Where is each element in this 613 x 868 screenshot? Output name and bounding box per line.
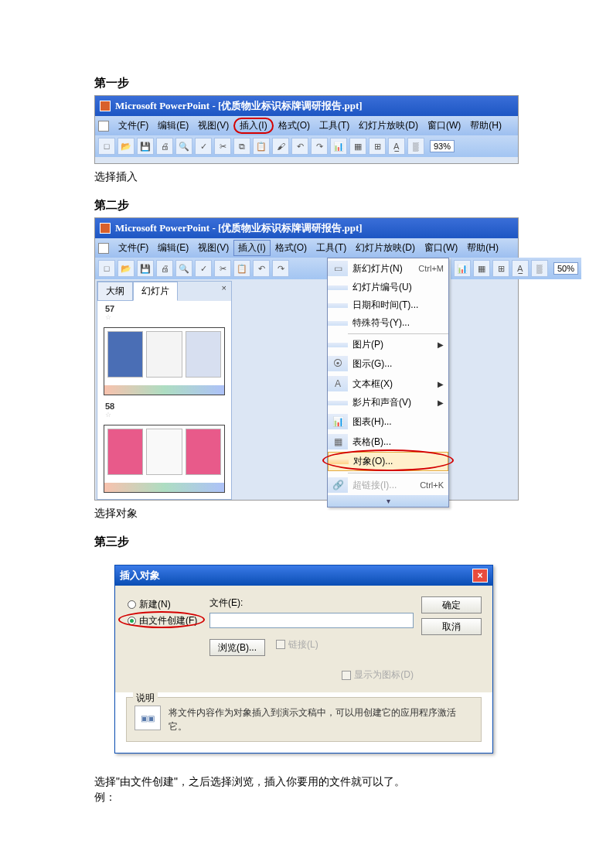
redo-icon[interactable]: ↷ — [311, 138, 328, 155]
menu-view[interactable]: 视图(V) — [193, 240, 233, 256]
browse-button[interactable]: 浏览(B)... — [209, 639, 265, 656]
hyperlink-icon: 🔗 — [328, 477, 348, 493]
pattern-icon[interactable]: ▒ — [531, 260, 548, 277]
menu-format[interactable]: 格式(O) — [271, 240, 312, 256]
toolbar-2: □ 📂 💾 🖨 🔍 ✓ ✂ 📋 ↶ ↷ — [95, 258, 327, 279]
dd-object-highlighted[interactable]: 对象(O)... — [328, 452, 448, 471]
paste-icon[interactable]: 📋 — [233, 260, 250, 277]
new-icon[interactable]: □ — [98, 260, 115, 277]
paste-icon[interactable]: 📋 — [253, 138, 270, 155]
dd-picture[interactable]: 图片(P)▶ — [328, 336, 448, 354]
tables-borders-icon[interactable]: ⊞ — [369, 138, 386, 155]
dd-datetime[interactable]: 日期和时间(T)... — [328, 296, 448, 314]
av-icon[interactable]: A̲ — [512, 260, 529, 277]
dd-chart[interactable]: 📊图表(H)... — [328, 412, 448, 432]
cut-icon[interactable]: ✂ — [214, 260, 231, 277]
menu-help[interactable]: 帮助(H) — [462, 240, 503, 256]
chart-icon[interactable]: 📊 — [330, 138, 347, 155]
menu-edit[interactable]: 编辑(E) — [153, 240, 193, 256]
slide-thumb-58[interactable] — [104, 425, 225, 493]
chart-icon: 📊 — [328, 414, 348, 429]
slide-number: 57 — [105, 304, 231, 313]
tab-slides[interactable]: 幻灯片 — [133, 282, 178, 301]
menu-window[interactable]: 窗口(W) — [420, 240, 462, 256]
menu-insert-highlighted[interactable]: 插入(I) — [233, 118, 273, 134]
radio-new[interactable]: 新建(N) — [126, 596, 202, 613]
description-text: 将文件内容作为对象插入到演示文稿中，可以用创建它的应用程序激活它。 — [169, 706, 473, 733]
undo-icon[interactable]: ↶ — [291, 138, 308, 155]
menu-file[interactable]: 文件(F) — [114, 240, 153, 256]
format-painter-icon[interactable]: 🖌 — [272, 138, 289, 155]
close-button[interactable]: × — [472, 569, 488, 583]
toolbar-1: □ 📂 💾 🖨 🔍 ✓ ✂ ⧉ 📋 🖌 ↶ ↷ 📊 ▦ ⊞ A̲ ▒ 93% — [95, 135, 518, 157]
copy-icon[interactable]: ⧉ — [233, 138, 250, 155]
spell-icon[interactable]: ✓ — [195, 138, 212, 155]
chart-icon[interactable]: 📊 — [454, 260, 471, 277]
dialog-titlebar: 插入对象 × — [115, 566, 492, 586]
undo-icon[interactable]: ↶ — [253, 260, 270, 277]
preview-icon[interactable]: 🔍 — [175, 138, 192, 155]
zoom-field[interactable]: 93% — [430, 140, 455, 152]
zoom-field[interactable]: 50% — [553, 262, 578, 275]
menu-edit[interactable]: 编辑(E) — [153, 118, 193, 134]
menu-help[interactable]: 帮助(H) — [465, 118, 506, 134]
window-title-text: Microsoft PowerPoint - [优质物业标识标牌调研报告.ppt… — [115, 221, 363, 235]
slide-thumb-57[interactable] — [104, 327, 225, 395]
preview-icon[interactable]: 🔍 — [175, 260, 192, 277]
toolbar-2b: 📊 ▦ ⊞ A̲ ▒ 50% — [451, 258, 581, 279]
open-icon[interactable]: 📂 — [117, 138, 135, 155]
table-icon[interactable]: ▦ — [473, 260, 490, 277]
grid-icon[interactable]: ⊞ — [492, 260, 509, 277]
redo-icon[interactable]: ↷ — [272, 260, 289, 277]
dd-slide-number[interactable]: 幻灯片编号(U) — [328, 279, 448, 296]
powerpoint-icon — [100, 101, 111, 111]
dd-movie-sound[interactable]: 影片和声音(V)▶ — [328, 394, 448, 412]
print-icon[interactable]: 🖨 — [156, 260, 173, 277]
cancel-button[interactable]: 取消 — [421, 618, 482, 635]
print-icon[interactable]: 🖨 — [156, 138, 173, 155]
cut-icon[interactable]: ✂ — [214, 138, 231, 155]
menu-file[interactable]: 文件(F) — [114, 118, 153, 134]
file-path-input[interactable] — [209, 613, 414, 628]
dd-hyperlink[interactable]: 🔗超链接(I)...Ctrl+K — [328, 475, 448, 495]
save-icon[interactable]: 💾 — [137, 138, 154, 155]
menu-slideshow[interactable]: 幻灯片放映(D) — [354, 118, 423, 134]
dd-textbox[interactable]: A文本框(X)▶ — [328, 374, 448, 394]
step2-caption: 选择对象 — [94, 507, 519, 521]
description-icon: ▣▣ — [135, 706, 161, 730]
dd-table[interactable]: ▦表格(B)... — [328, 432, 448, 452]
save-icon[interactable]: 💾 — [137, 260, 154, 277]
step3-example-label: 例： — [94, 791, 519, 805]
menu-view[interactable]: 视图(V) — [193, 118, 233, 134]
table-icon[interactable]: ▦ — [349, 138, 366, 155]
screenshot-step2: Microsoft PowerPoint - [优质物业标识标牌调研报告.ppt… — [94, 217, 519, 501]
menu-tools[interactable]: 工具(T) — [315, 118, 354, 134]
dialog-title-text: 插入对象 — [120, 569, 160, 583]
close-pane-icon[interactable]: × — [217, 282, 231, 301]
radio-from-file[interactable]: 由文件创建(F) — [126, 613, 202, 629]
menu-window[interactable]: 窗口(W) — [423, 118, 465, 134]
new-icon[interactable]: □ — [98, 138, 115, 155]
star-icon: ☆ — [105, 411, 231, 419]
dd-expand-icon[interactable]: ▾ — [328, 495, 448, 507]
menu-slideshow[interactable]: 幻灯片放映(D) — [351, 240, 420, 256]
dd-symbol[interactable]: 特殊符号(Y)... — [328, 314, 448, 332]
menu-format[interactable]: 格式(O) — [274, 118, 315, 134]
dd-diagram[interactable]: ⦿图示(G)... — [328, 354, 448, 374]
open-icon[interactable]: 📂 — [117, 260, 135, 277]
slides-pane: 大纲 幻灯片 × 57 ☆ 58 ☆ — [97, 281, 232, 500]
spell-icon[interactable]: ✓ — [195, 260, 212, 277]
new-slide-icon: ▭ — [328, 261, 348, 276]
window-title-text: Microsoft PowerPoint - [优质物业标识标牌调研报告.ppt… — [115, 99, 363, 113]
app-mini-icon — [98, 243, 109, 254]
ok-button[interactable]: 确定 — [421, 596, 482, 613]
link-checkbox[interactable] — [276, 640, 285, 649]
tab-outline[interactable]: 大纲 — [97, 282, 133, 301]
show-as-icon-checkbox[interactable] — [342, 671, 351, 680]
grid-icon[interactable]: ▒ — [407, 138, 424, 155]
menu-tools[interactable]: 工具(T) — [312, 240, 351, 256]
av-icon[interactable]: A̲ — [388, 138, 405, 155]
insert-object-dialog: 插入对象 × 新建(N) 由文件创建(F) 文件(E): 浏览(B)... 链接… — [114, 565, 493, 754]
dd-new-slide[interactable]: ▭新幻灯片(N)Ctrl+M — [328, 258, 448, 279]
menu-insert-open[interactable]: 插入(I) — [233, 240, 270, 256]
